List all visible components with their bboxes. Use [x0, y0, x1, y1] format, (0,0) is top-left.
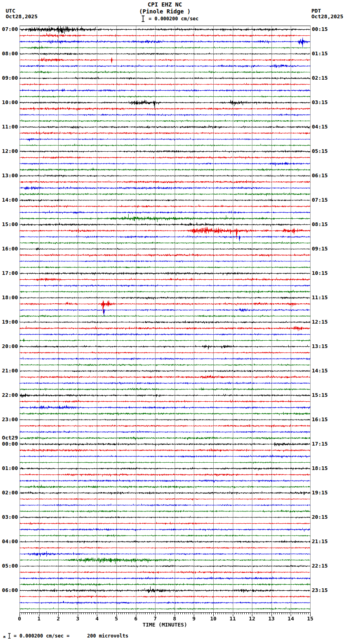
axis-tick-label: 2: [50, 616, 66, 622]
pdt-hour-label: 22:15: [312, 563, 328, 569]
axis-tick-label: 3: [70, 616, 86, 622]
x-axis-title: TIME (MINUTES): [20, 622, 310, 628]
axis-tick-label: 15: [302, 616, 318, 622]
pdt-hour-label: 23:15: [312, 587, 328, 594]
pdt-hour-labels: 00:1501:1502:1503:1504:1505:1506:1507:15…: [312, 0, 344, 644]
pdt-hour-label: 14:15: [312, 368, 328, 374]
axis-tick-label: 13: [263, 616, 280, 622]
utc-hour-label: 18:00: [2, 294, 18, 301]
pdt-hour-label: 17:15: [312, 441, 328, 447]
axis-tick-label: 14: [282, 616, 299, 622]
utc-hour-label: 01:00: [2, 465, 18, 472]
pdt-hour-label: 18:15: [312, 465, 328, 472]
pdt-hour-label: 03:15: [312, 99, 328, 106]
pdt-hour-label: 19:15: [312, 490, 328, 496]
pdt-hour-label: 20:15: [312, 514, 328, 520]
pdt-hour-label: 15:15: [312, 392, 328, 398]
axis-tick-label: 11: [225, 616, 241, 622]
pdt-hour-label: 00:15: [312, 26, 328, 33]
pdt-hour-label: 11:15: [312, 294, 328, 301]
pdt-hour-label: 10:15: [312, 270, 328, 276]
pdt-hour-label: 06:15: [312, 172, 328, 179]
utc-hour-label: 21:00: [2, 368, 18, 374]
pdt-hour-label: 04:15: [312, 124, 328, 130]
axis-tick-label: 7: [147, 616, 163, 622]
utc-hour-label: 10:00: [2, 99, 18, 106]
utc-hour-label: 06:00: [2, 587, 18, 594]
axis-tick-label: 1: [31, 616, 47, 622]
utc-hour-label: 23:00: [2, 416, 18, 423]
utc-hour-label: 00:00: [2, 441, 18, 447]
pdt-hour-label: 08:15: [312, 221, 328, 228]
axis-tick-label: 10: [205, 616, 221, 622]
utc-hour-label: 12:00: [2, 148, 18, 154]
axis-tick-label: 6: [128, 616, 144, 622]
utc-hour-label: 15:00: [2, 221, 18, 228]
pdt-hour-label: 09:15: [312, 246, 328, 252]
axis-tick-label: 0: [11, 616, 28, 622]
utc-hour-label: 02:00: [2, 490, 18, 496]
helicorder-plot: [20, 26, 311, 620]
utc-hour-label: 05:00: [2, 563, 18, 569]
utc-hour-label: 20:00: [2, 343, 18, 350]
pdt-hour-label: 12:15: [312, 319, 328, 325]
webicorder-page: CPI EHZ NC (Pinole Ridge ) = 0.000200 cm…: [0, 0, 346, 644]
pdt-hour-label: 02:15: [312, 75, 328, 81]
pdt-hour-label: 05:15: [312, 148, 328, 154]
scale-indicator: = 0.000200 cm/sec: [141, 15, 199, 22]
axis-tick-label: 9: [186, 616, 202, 622]
wave-glyph: ʍ: [3, 635, 5, 639]
pdt-hour-label: 01:15: [312, 50, 328, 57]
utc-hour-labels: 07:0008:0009:0010:0011:0012:0013:0014:00…: [0, 0, 18, 644]
utc-hour-label: 04:00: [2, 538, 18, 545]
station-location: (Pinole Ridge ): [20, 8, 310, 15]
utc-hour-label: 09:00: [2, 75, 18, 81]
axis-tick-label: 12: [244, 616, 260, 622]
utc-hour-label: 11:00: [2, 124, 18, 130]
scale-footnote: ʍ = 0.000200 cm/sec = 200 microvolts: [3, 633, 128, 639]
utc-hour-label: 16:00: [2, 246, 18, 252]
pdt-hour-label: 21:15: [312, 538, 328, 545]
utc-hour-label: 17:00: [2, 270, 18, 276]
axis-tick-label: 4: [89, 616, 105, 622]
axis-tick-label: 5: [108, 616, 125, 622]
title-block: CPI EHZ NC (Pinole Ridge ): [20, 1, 310, 15]
utc-hour-label: 08:00: [2, 50, 18, 57]
axis-tick-label: 8: [166, 616, 183, 622]
pdt-hour-label: 16:15: [312, 416, 328, 423]
utc-hour-label: 13:00: [2, 172, 18, 179]
scale-bar-small-icon: [8, 633, 11, 639]
utc-hour-label: 19:00: [2, 319, 18, 325]
utc-hour-label: 22:00: [2, 392, 18, 398]
station-title: CPI EHZ NC: [20, 1, 310, 8]
utc-hour-label: 14:00: [2, 197, 18, 203]
utc-hour-label: 07:00: [2, 26, 18, 33]
pdt-hour-label: 07:15: [312, 197, 328, 203]
date-break-label: Oct29: [2, 435, 18, 441]
footnote-text: = 0.000200 cm/sec = 200 microvolts: [13, 633, 128, 639]
pdt-hour-label: 13:15: [312, 343, 328, 350]
utc-hour-label: 03:00: [2, 514, 18, 520]
scale-bar-icon: [141, 15, 145, 22]
scale-label: = 0.000200 cm/sec: [149, 16, 199, 22]
